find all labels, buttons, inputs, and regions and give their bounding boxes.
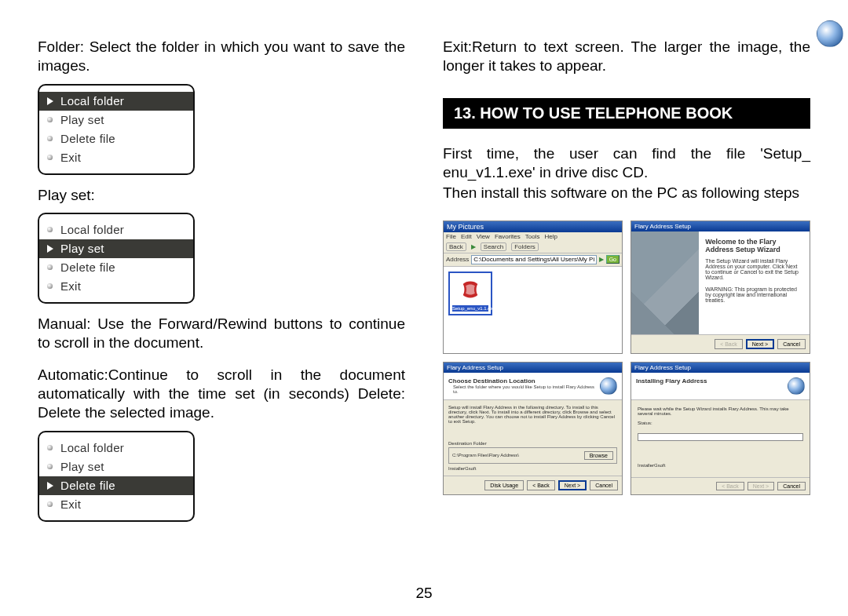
menu-item-local-folder[interactable]: Local folder [39, 92, 193, 111]
go-button[interactable]: Go [606, 255, 620, 264]
address-input[interactable] [471, 255, 596, 264]
back-button[interactable]: Back [446, 242, 466, 251]
menu-edit[interactable]: Edit [461, 233, 472, 240]
installer-label: InstallerGsoft [638, 463, 803, 468]
dest-folder-box: C:\Program Files\Flary Address\ Browse [448, 447, 617, 464]
intro-2: Then install this software on the PC as … [443, 184, 810, 202]
cancel-button[interactable]: Cancel [777, 339, 806, 349]
menu-box-1: Local folder Play set Delete file Exit [38, 84, 195, 175]
wizard-heading: Welcome to the Flary Address Setup Wizar… [705, 238, 803, 253]
bullet-icon [47, 464, 53, 469]
wizard-sidebar-image [631, 231, 699, 334]
folder-intro: Folder: Select the folder in which you w… [38, 38, 405, 76]
window-title: Flary Address Setup [447, 364, 503, 371]
logo-sphere-icon [600, 377, 617, 395]
dest-path: C:\Program Files\Flary Address\ [452, 453, 581, 457]
bullet-icon [47, 283, 53, 289]
setup-file-icon [452, 275, 488, 304]
exit-text: Exit:Return to text screen. The larger t… [443, 38, 810, 76]
back-button: < Back [715, 339, 743, 349]
screenshot-wizard-welcome: Flary Address Setup Welcome to the Flary… [631, 221, 810, 354]
screenshot-wizard-installing: Flary Address Setup Installing Flary Add… [631, 362, 810, 495]
menu-file[interactable]: File [446, 233, 456, 240]
menu-item-local-folder[interactable]: Local folder [39, 439, 193, 457]
window-title: My Pictures [447, 223, 484, 231]
menu-item-exit[interactable]: Exit [39, 148, 193, 167]
triangle-icon [47, 482, 53, 490]
step-subtitle: Select the folder where you would like S… [453, 385, 600, 394]
menu-item-delete-file[interactable]: Delete file [39, 129, 193, 148]
bullet-icon [47, 117, 53, 122]
screenshot-wizard-destination: Flary Address Setup Choose Destination L… [443, 362, 623, 495]
triangle-icon [47, 245, 53, 253]
automatic-text: Automatic:Continue to scroll in the docu… [38, 366, 405, 423]
dest-label: Destination Folder [448, 441, 617, 446]
bullet-icon [47, 136, 53, 141]
cancel-button[interactable]: Cancel [590, 480, 618, 490]
wizard-footer: Disk Usage < Back Next > Cancel [444, 476, 622, 494]
logo-sphere-icon [788, 377, 805, 395]
go-arrow-icon[interactable]: ▶ [599, 256, 604, 263]
menu-favorites[interactable]: Favorites [495, 233, 521, 240]
screenshot-explorer: My Pictures File Edit View Favorites Too… [443, 221, 623, 354]
manual-text: Manual: Use the Forward/Rewind buttons t… [38, 315, 405, 353]
file-caption: Setup_enu_v1.1.exe [452, 305, 488, 312]
menu-box-2: Local folder Play set Delete file Exit [38, 213, 195, 304]
file-thumbnail[interactable]: Setup_enu_v1.1.exe [448, 272, 492, 315]
back-button[interactable]: < Back [527, 480, 555, 490]
menubar: File Edit View Favorites Tools Help [444, 232, 622, 241]
bullet-icon [47, 155, 53, 160]
wizard-footer: < Back Next > Cancel [631, 334, 810, 353]
bullet-icon [47, 227, 53, 232]
cancel-button[interactable]: Cancel [777, 482, 806, 490]
menu-help[interactable]: Help [544, 233, 557, 240]
step-body: Please wait while the Setup Wizard insta… [638, 406, 803, 416]
address-bar: Address ▶ Go [444, 253, 622, 267]
search-button[interactable]: Search [481, 242, 506, 251]
intro-1: First time, the user can find the file '… [443, 144, 810, 183]
toolbar: Back ▶ Search Folders [444, 241, 622, 253]
installer-label: InstallerGsoft [448, 466, 617, 471]
next-button[interactable]: Next > [558, 480, 587, 490]
address-label: Address [446, 256, 469, 263]
menu-item-delete-file[interactable]: Delete file [39, 476, 193, 495]
file-pane: Setup_enu_v1.1.exe [444, 267, 622, 353]
bullet-icon [47, 264, 53, 270]
folders-button[interactable]: Folders [511, 242, 539, 251]
section-title: 13. HOW TO USE TELEPHONE BOOK [443, 98, 810, 129]
menu-item-local-folder[interactable]: Local folder [39, 221, 193, 239]
right-column: Exit:Return to text screen. The larger t… [443, 38, 810, 579]
forward-icon[interactable]: ▶ [471, 243, 476, 250]
progress-bar [638, 433, 803, 441]
window-title: Flary Address Setup [634, 364, 691, 371]
menu-box-3: Local folder Play set Delete file Exit [38, 431, 195, 522]
disk-usage-button[interactable]: Disk Usage [484, 480, 524, 490]
page-number: 25 [0, 585, 848, 602]
bullet-icon [47, 445, 53, 450]
menu-view[interactable]: View [477, 233, 490, 240]
play-set-label: Play set: [38, 186, 405, 205]
menu-item-play-set[interactable]: Play set [39, 457, 193, 476]
bullet-icon [47, 501, 53, 507]
step-body: Setup will install Flary Address in the … [448, 405, 617, 424]
status-label: Status: [638, 421, 803, 425]
menu-item-play-set[interactable]: Play set [39, 239, 193, 258]
step-title: Installing Flary Address [636, 377, 707, 385]
window-title: Flary Address Setup [634, 223, 691, 230]
next-button[interactable]: Next > [746, 339, 774, 349]
menu-item-exit[interactable]: Exit [39, 495, 193, 514]
menu-item-exit[interactable]: Exit [39, 277, 193, 296]
wizard-desc-2: WARNING: This program is protected by co… [705, 286, 803, 303]
back-button: < Back [716, 482, 744, 490]
menu-tools[interactable]: Tools [525, 233, 540, 240]
screenshots-grid: My Pictures File Edit View Favorites Too… [443, 221, 810, 495]
wizard-footer: < Back Next > Cancel [631, 477, 810, 494]
triangle-icon [47, 97, 53, 105]
next-button: Next > [747, 482, 774, 490]
menu-item-delete-file[interactable]: Delete file [39, 258, 193, 277]
left-column: Folder: Select the folder in which you w… [38, 38, 405, 579]
browse-button[interactable]: Browse [584, 451, 613, 460]
wizard-body: Welcome to the Flary Address Setup Wizar… [699, 231, 810, 334]
menu-item-play-set[interactable]: Play set [39, 111, 193, 129]
step-title: Choose Destination Location [448, 377, 600, 385]
